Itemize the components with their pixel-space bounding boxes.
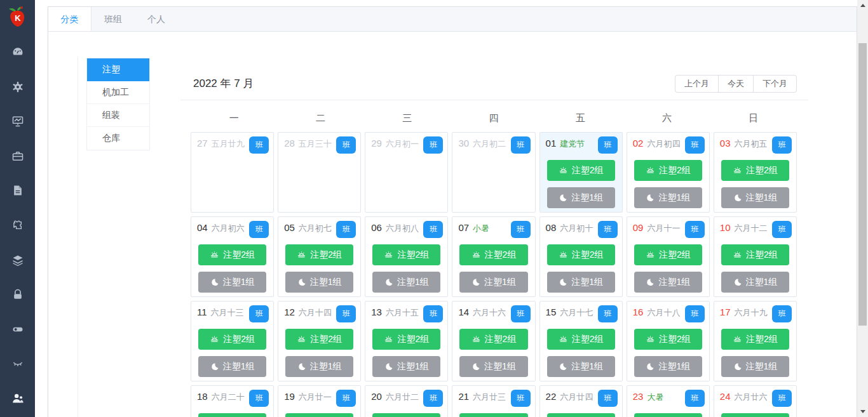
calendar-cell[interactable]: 30六月初二班 <box>452 132 535 213</box>
calendar-cell[interactable]: 05六月初七班注塑2组注塑1组 <box>278 216 361 297</box>
sidebar-item-settings[interactable] <box>0 70 35 105</box>
calendar-cell[interactable]: 08六月初十班注塑2组注塑1组 <box>539 216 623 297</box>
lunar-date-label: 六月初十 <box>560 223 597 235</box>
morning-shift-button[interactable]: 注塑2组 <box>721 329 789 350</box>
calendar-cell[interactable]: 12六月十四班注塑2组注塑1组 <box>278 301 361 381</box>
night-shift-button[interactable]: 注塑1组 <box>721 356 789 377</box>
night-shift-button[interactable]: 注塑1组 <box>634 272 702 293</box>
calendar-cell[interactable]: 06六月初八班注塑2组注塑1组 <box>365 216 448 297</box>
morning-shift-button[interactable]: 注塑2组 <box>372 329 440 350</box>
sidebar-item-switches[interactable] <box>0 312 35 347</box>
lunar-date-label: 五月三十 <box>299 138 336 150</box>
night-shift-button[interactable]: 注塑1组 <box>285 272 353 293</box>
morning-shift-button[interactable]: 注塑2组 <box>459 413 527 417</box>
calendar-cell[interactable]: 11六月十三班注塑2组注塑1组 <box>191 301 274 381</box>
calendar-cell[interactable]: 29六月初一班 <box>365 132 448 213</box>
night-shift-button[interactable]: 注塑1组 <box>198 356 266 377</box>
morning-shift-button[interactable]: 注塑2组 <box>547 160 615 181</box>
calendar-cell[interactable]: 07小暑班注塑2组注塑1组 <box>452 216 535 297</box>
sidebar-item-users[interactable] <box>0 381 35 416</box>
morning-shift-button[interactable]: 注塑2组 <box>285 329 353 350</box>
tab-team[interactable]: 班组 <box>92 7 135 31</box>
sidebar-item-dashboard[interactable] <box>0 35 35 70</box>
calendar-cell[interactable]: 10六月十二班注塑2组注塑1组 <box>714 216 797 297</box>
morning-shift-button[interactable]: 注塑2组 <box>634 329 702 350</box>
morning-shift-button[interactable]: 注塑2组 <box>634 244 702 265</box>
morning-shift-button[interactable]: 注塑2组 <box>547 413 615 417</box>
calendar-cell[interactable]: 02六月初四班注塑2组注塑1组 <box>627 132 710 213</box>
morning-shift-button[interactable]: 注塑2组 <box>198 329 266 350</box>
calendar-cell[interactable]: 28五月三十班 <box>278 132 361 213</box>
calendar-cell[interactable]: 04六月初六班注塑2组注塑1组 <box>191 216 274 297</box>
calendar-cell[interactable]: 22六月廿四班注塑2组注塑1组 <box>539 385 623 417</box>
calendar-cell[interactable]: 13六月十五班注塑2组注塑1组 <box>365 301 448 381</box>
night-shift-button[interactable]: 注塑1组 <box>372 272 440 293</box>
calendar-cell[interactable]: 21六月廿三班注塑2组注塑1组 <box>452 385 535 417</box>
night-shift-button[interactable]: 注塑1组 <box>198 272 266 293</box>
morning-shift-button[interactable]: 注塑2组 <box>459 244 527 265</box>
night-shift-button[interactable]: 注塑1组 <box>721 187 789 208</box>
today-button[interactable]: 今天 <box>718 75 754 93</box>
prev-month-button[interactable]: 上个月 <box>675 75 719 93</box>
calendar-cell[interactable]: 20六月廿二班注塑2组注塑1组 <box>365 385 448 417</box>
night-shift-button[interactable]: 注塑1组 <box>547 272 615 293</box>
calendar-cell[interactable]: 14六月十六班注塑2组注塑1组 <box>452 301 535 381</box>
app-logo[interactable]: K <box>0 0 35 35</box>
scrollbar-thumb[interactable] <box>858 43 867 326</box>
night-shift-button[interactable]: 注塑1组 <box>285 356 353 377</box>
morning-shift-button[interactable]: 注塑2组 <box>721 413 789 417</box>
morning-shift-button[interactable]: 注塑2组 <box>285 413 353 417</box>
calendar-cell[interactable]: 16六月十八班注塑2组注塑1组 <box>627 301 710 381</box>
lunar-date-label: 六月初四 <box>647 138 684 150</box>
calendar-cell[interactable]: 09六月十一班注塑2组注塑1组 <box>627 216 710 297</box>
night-shift-button[interactable]: 注塑1组 <box>372 356 440 377</box>
morning-shift-button[interactable]: 注塑2组 <box>372 413 440 417</box>
calendar-cell[interactable]: 24六月廿六班注塑2组注塑1组 <box>714 385 797 417</box>
sidebar-item-documents[interactable] <box>0 173 35 208</box>
morning-shift-label: 注塑2组 <box>223 249 255 261</box>
morning-shift-button[interactable]: 注塑2组 <box>634 160 702 181</box>
morning-shift-button[interactable]: 注塑2组 <box>721 160 789 181</box>
category-item-warehouse[interactable]: 仓库 <box>87 127 149 150</box>
night-shift-button[interactable]: 注塑1组 <box>459 356 527 377</box>
sidebar-item-plugins[interactable] <box>0 208 35 243</box>
category-item-assembly[interactable]: 组装 <box>87 104 149 127</box>
night-shift-label: 注塑1组 <box>746 277 778 288</box>
category-item-injection[interactable]: 注塑 <box>87 58 149 81</box>
sidebar-item-security[interactable] <box>0 277 35 312</box>
sidebar-item-reports[interactable] <box>0 104 35 139</box>
morning-shift-button[interactable]: 注塑2组 <box>285 244 353 265</box>
calendar-cell[interactable]: 18六月二十班注塑2组注塑1组 <box>191 385 274 417</box>
calendar-cell[interactable]: 15六月十七班注塑2组注塑1组 <box>539 301 623 381</box>
night-shift-button[interactable]: 注塑1组 <box>634 356 702 377</box>
night-shift-button[interactable]: 注塑1组 <box>459 272 527 293</box>
morning-shift-button[interactable]: 注塑2组 <box>547 244 615 265</box>
sidebar-item-layers[interactable] <box>0 242 35 277</box>
calendar-cell[interactable]: 17六月十九班注塑2组注塑1组 <box>714 301 797 381</box>
calendar-cell[interactable]: 27五月廿九班 <box>191 132 274 213</box>
calendar-cell[interactable]: 19六月廿一班注塑2组注塑1组 <box>278 385 361 417</box>
morning-shift-button[interactable]: 注塑2组 <box>198 244 266 265</box>
calendar-cell[interactable]: 03六月初五班注塑2组注塑1组 <box>714 132 797 213</box>
morning-shift-button[interactable]: 注塑2组 <box>198 413 266 417</box>
night-shift-button[interactable]: 注塑1组 <box>547 187 615 208</box>
night-shift-button[interactable]: 注塑1组 <box>634 187 702 208</box>
calendar-cell[interactable]: 23大暑班注塑2组注塑1组 <box>627 385 710 417</box>
scroll-down-arrow-icon[interactable] <box>857 406 868 417</box>
scroll-up-arrow-icon[interactable] <box>857 0 868 11</box>
night-shift-button[interactable]: 注塑1组 <box>721 272 789 293</box>
morning-shift-button[interactable]: 注塑2组 <box>634 413 702 417</box>
calendar-cell[interactable]: 01建党节班注塑2组注塑1组 <box>539 132 623 213</box>
category-item-machining[interactable]: 机加工 <box>87 81 149 104</box>
sidebar-item-visibility[interactable] <box>0 347 35 381</box>
browser-scrollbar[interactable] <box>857 0 868 417</box>
next-month-button[interactable]: 下个月 <box>753 75 797 93</box>
tab-personal[interactable]: 个人 <box>135 7 178 31</box>
morning-shift-button[interactable]: 注塑2组 <box>372 244 440 265</box>
morning-shift-button[interactable]: 注塑2组 <box>459 329 527 350</box>
night-shift-button[interactable]: 注塑1组 <box>547 356 615 377</box>
sidebar-item-workbench[interactable] <box>0 139 35 174</box>
morning-shift-button[interactable]: 注塑2组 <box>721 244 789 265</box>
tab-category[interactable]: 分类 <box>48 7 92 31</box>
morning-shift-button[interactable]: 注塑2组 <box>547 329 615 350</box>
